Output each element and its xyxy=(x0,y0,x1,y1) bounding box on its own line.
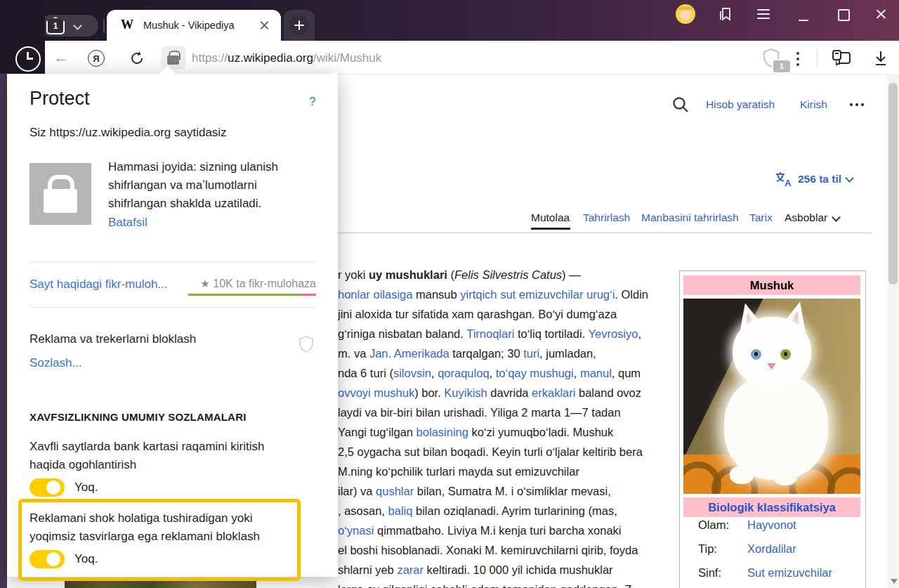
article-line: larga ov qilganligi sababli odam tomonid… xyxy=(338,580,671,588)
downloads-icon[interactable] xyxy=(872,49,890,67)
cat-photo[interactable] xyxy=(683,299,860,494)
article-line: M.ning koʻpchilik turlari mayda sut emiz… xyxy=(338,462,671,481)
article-text-segment: ) — xyxy=(562,268,581,281)
tab-separator xyxy=(103,19,105,33)
article-link[interactable]: yirtqich sut emizuvchilar urugʻi xyxy=(460,288,615,301)
article-line: ovvoyi mushuk) bor. Kuyikish davrida erk… xyxy=(338,383,671,403)
tab-close-icon[interactable] xyxy=(258,19,271,32)
article-text-segment: m. va xyxy=(338,347,369,360)
article-link[interactable]: ovvoyi mushuk xyxy=(338,386,414,399)
article-text-segment: r yoki xyxy=(338,268,369,281)
chevron-down-icon xyxy=(845,174,854,183)
tab-group-button[interactable]: 1 xyxy=(40,15,98,37)
article-line: honlar oilasiga mansub yirtqich sut emiz… xyxy=(338,285,671,304)
protect-shield-icon[interactable]: 1 xyxy=(762,48,786,72)
close-button[interactable] xyxy=(874,8,887,20)
article-text-segment: davrida xyxy=(487,386,532,399)
taxobox-section-header[interactable]: Biologik klassifikatsiya xyxy=(683,497,860,517)
article-link[interactable]: honlar oilasiga xyxy=(338,288,412,301)
article-link[interactable]: Yevrosiyo xyxy=(589,327,638,340)
article-line: r yoki uy mushuklari (Felis Silvestris C… xyxy=(338,265,671,285)
toolbar-more-icon[interactable] xyxy=(796,52,799,67)
chevron-down-icon[interactable] xyxy=(73,21,82,30)
language-count-label: 256 ta til xyxy=(798,173,841,185)
article-link[interactable]: qushlar xyxy=(376,485,414,497)
tab-mutolaa[interactable]: Mutolaa xyxy=(531,211,570,224)
article-link[interactable]: erkaklari xyxy=(532,386,575,399)
new-tab-area xyxy=(284,10,315,41)
active-tab[interactable]: W Mushuk - Vikipediya xyxy=(107,10,281,41)
new-tab-button[interactable] xyxy=(289,15,309,35)
site-security-lock-icon[interactable] xyxy=(161,46,186,70)
bank-warning-toggle-state: Yoq. xyxy=(74,481,98,495)
taxobox-row-label: Olam: xyxy=(698,518,729,532)
yandex-logo-icon[interactable]: Я xyxy=(88,50,105,67)
create-account-link[interactable]: Hisob yaratish xyxy=(706,98,775,111)
tab-asboblar[interactable]: Asboblar xyxy=(785,211,827,224)
secure-lock-icon xyxy=(29,163,91,225)
language-selector[interactable]: A 256 ta til xyxy=(775,171,853,188)
user-avatar[interactable] xyxy=(676,4,695,24)
article-link[interactable]: Jan. Amerikada xyxy=(369,347,450,360)
shock-ads-toggle[interactable] xyxy=(29,550,65,568)
adblock-settings-link[interactable]: Sozlash... xyxy=(29,356,82,370)
history-clock-icon[interactable] xyxy=(15,46,41,72)
article-text-segment: uy mushuklari xyxy=(369,268,447,281)
site-feedback-link[interactable]: Sayt haqidagi fikr-muloh... xyxy=(29,277,168,292)
taxobox-row-value[interactable]: Hayvonot xyxy=(747,518,796,532)
help-link[interactable]: ? xyxy=(309,95,315,109)
article-link[interactable]: Kuyikish xyxy=(444,386,487,399)
collections-icon[interactable] xyxy=(830,48,853,69)
back-icon[interactable]: ← xyxy=(53,49,70,66)
protect-title: Protect xyxy=(29,88,90,110)
article-link[interactable]: manul xyxy=(580,367,612,379)
article-link[interactable]: bolasining xyxy=(416,426,468,438)
bank-warning-toggle[interactable] xyxy=(29,478,65,497)
article-link[interactable]: zarar xyxy=(397,563,424,576)
active-tab-underline xyxy=(531,228,570,230)
details-link[interactable]: Batafsil xyxy=(108,216,147,230)
article-link[interactable]: Tirnoqlari xyxy=(466,327,514,340)
svg-text:A: A xyxy=(785,178,792,188)
search-icon[interactable] xyxy=(671,96,690,114)
login-link[interactable]: Kirish xyxy=(800,98,827,111)
bookmarks-panel-icon[interactable] xyxy=(718,6,735,22)
article-text-segment: bilan, Sumatra M. i oʻsimliklar mevasi, xyxy=(414,485,611,497)
article-link[interactable]: toʻqay mushugi xyxy=(496,367,574,379)
refresh-icon[interactable] xyxy=(129,51,145,66)
article-text-segment: ) bor. xyxy=(414,386,444,399)
tab-manbasini-tahrirlash[interactable]: Manbasini tahrirlash xyxy=(641,211,739,224)
article-line: Yangi tugʻilgan bolasining koʻzi yumuqbo… xyxy=(338,422,671,442)
security-section-header: XAVFSIZLIKNING UMUMIY SOZLAMALARI xyxy=(29,411,247,423)
article-text-segment: Felis Silvestris Catus xyxy=(454,268,562,281)
scrollbar-thumb[interactable] xyxy=(888,83,898,285)
bank-warning-label: Xavfli saytlarda bank kartasi raqamini k… xyxy=(29,440,264,454)
tab-tarix[interactable]: Tarix xyxy=(749,211,773,224)
tab-tahrirlash[interactable]: Tahrirlash xyxy=(583,211,630,224)
scrollbar-down-arrow[interactable] xyxy=(891,579,898,584)
article-link[interactable]: qoraquloq xyxy=(438,367,489,379)
maximize-button[interactable] xyxy=(838,9,850,21)
taxobox-row-value[interactable]: Xordalilar xyxy=(747,542,796,556)
article-text-segment: shlarni yeb xyxy=(338,563,397,576)
protect-badge-count: 1 xyxy=(772,59,792,74)
header-more-icon[interactable] xyxy=(850,103,865,107)
article-link[interactable]: oʻynasi xyxy=(338,524,374,537)
address-bar-url[interactable]: https://uz.wikipedia.org/wiki/Mushuk xyxy=(192,51,381,65)
taxobox-row-value[interactable]: Sut emizuvchilar xyxy=(747,566,832,580)
article-text-segment: larga ov qilganligi sababli odam tomonid… xyxy=(338,583,631,588)
minimize-button[interactable] xyxy=(799,20,808,21)
article-line: nda 6 turi (silovsin, qoraquloq, toʻqay … xyxy=(338,363,671,383)
article-line: , asosan, baliq bilan oziqlanadi. Ayrim … xyxy=(338,501,671,521)
article-link[interactable]: baliq xyxy=(388,504,413,517)
article-link[interactable]: silovsin xyxy=(393,367,431,379)
shock-ads-label-2: yoqimsiz tasvirlarga ega reklamani blokl… xyxy=(29,530,260,544)
connection-status-text: Hammasi joyida: sizning ulanish shifrlan… xyxy=(108,158,278,213)
article-line: shlarni yeb zarar keltiradi. 10 000 yil … xyxy=(338,560,671,580)
article-text-segment: bilan oziqlanadi. Ayrim turlarining (mas… xyxy=(412,504,617,517)
left-sidebar-strip xyxy=(0,74,7,588)
article-line: gʻriniga nisbatan baland. Tirnoqlari toʻ… xyxy=(338,324,671,344)
article-text-segment: , xyxy=(431,367,438,379)
article-link[interactable]: turi xyxy=(523,347,539,360)
menu-icon[interactable] xyxy=(757,7,771,21)
